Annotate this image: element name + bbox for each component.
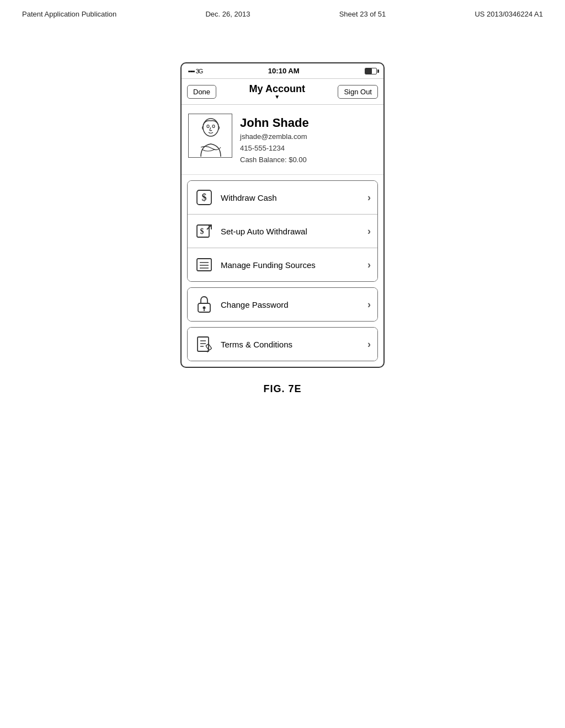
lock-icon bbox=[194, 295, 214, 314]
password-menu-group: Change Password › bbox=[187, 287, 378, 322]
change-password-label: Change Password bbox=[221, 300, 367, 309]
figure-label: FIG. 7E bbox=[263, 383, 301, 395]
profile-info: John Shade jshade@zembla.com 415-555-123… bbox=[240, 114, 309, 165]
terms-item[interactable]: Terms & Conditions › bbox=[188, 328, 377, 361]
time-display: 10:10 AM bbox=[268, 67, 300, 75]
patent-number: US 2013/0346224 A1 bbox=[475, 10, 543, 18]
profile-section: John Shade jshade@zembla.com 415-555-123… bbox=[182, 105, 383, 175]
withdraw-cash-item[interactable]: $ Withdraw Cash › bbox=[188, 181, 377, 215]
content-area: ▪▪▪▪ 3G 10:10 AM Done My Account ▼ Sign … bbox=[0, 18, 565, 395]
funding-sources-label: Manage Funding Sources bbox=[221, 260, 367, 270]
battery-fill bbox=[365, 68, 372, 74]
nav-title-text: My Account bbox=[249, 83, 305, 95]
auto-withdrawal-label: Set-up Auto Withdrawal bbox=[221, 227, 367, 236]
auto-withdrawal-item[interactable]: $ Set-up Auto Withdrawal › bbox=[188, 215, 377, 248]
avatar-image bbox=[190, 115, 231, 157]
nav-chevron-icon: ▼ bbox=[274, 94, 280, 100]
dollar-arrow-icon: $ bbox=[194, 221, 214, 241]
change-password-item[interactable]: Change Password › bbox=[188, 288, 377, 321]
battery-icon bbox=[365, 68, 377, 74]
list-lines-icon bbox=[194, 255, 214, 275]
status-bar: ▪▪▪▪ 3G 10:10 AM bbox=[182, 63, 383, 79]
svg-point-1 bbox=[207, 125, 209, 127]
patent-sheet: Sheet 23 of 51 bbox=[339, 10, 386, 18]
patent-date: Dec. 26, 2013 bbox=[205, 10, 250, 18]
dollar-sign-icon: $ bbox=[194, 188, 214, 207]
terms-chevron-icon: › bbox=[367, 339, 371, 350]
phone-mockup: ▪▪▪▪ 3G 10:10 AM Done My Account ▼ Sign … bbox=[180, 62, 385, 368]
signal-indicator: ▪▪▪▪ 3G bbox=[188, 68, 202, 74]
withdraw-cash-label: Withdraw Cash bbox=[221, 193, 367, 202]
profile-balance: Cash Balance: $0.00 bbox=[240, 154, 309, 166]
patent-left: Patent Application Publication bbox=[22, 10, 116, 18]
svg-rect-14 bbox=[198, 337, 209, 351]
profile-name: John Shade bbox=[240, 116, 309, 130]
auto-withdrawal-chevron-icon: › bbox=[367, 226, 371, 237]
avatar bbox=[188, 114, 232, 158]
change-password-chevron-icon: › bbox=[367, 299, 371, 311]
funding-sources-item[interactable]: Manage Funding Sources › bbox=[188, 248, 377, 281]
patent-header: Patent Application Publication Dec. 26, … bbox=[0, 0, 565, 18]
svg-text:$: $ bbox=[202, 192, 207, 203]
svg-text:$: $ bbox=[200, 227, 204, 235]
withdraw-cash-chevron-icon: › bbox=[367, 192, 371, 204]
sign-out-button[interactable]: Sign Out bbox=[338, 85, 378, 99]
terms-menu-group: Terms & Conditions › bbox=[187, 327, 378, 361]
terms-label: Terms & Conditions bbox=[221, 340, 367, 349]
nav-title: My Account ▼ bbox=[249, 83, 305, 100]
document-pen-icon bbox=[194, 334, 214, 354]
nav-bar: Done My Account ▼ Sign Out bbox=[182, 79, 383, 105]
svg-point-12 bbox=[203, 307, 206, 309]
svg-rect-7 bbox=[197, 259, 211, 271]
svg-point-2 bbox=[212, 125, 215, 127]
profile-phone: 415-555-1234 bbox=[240, 143, 309, 154]
profile-email: jshade@zembla.com bbox=[240, 131, 309, 143]
funding-sources-chevron-icon: › bbox=[367, 259, 371, 271]
financial-menu-group: $ Withdraw Cash › $ Set-up Auto Withdraw… bbox=[187, 180, 378, 282]
done-button[interactable]: Done bbox=[187, 85, 216, 99]
